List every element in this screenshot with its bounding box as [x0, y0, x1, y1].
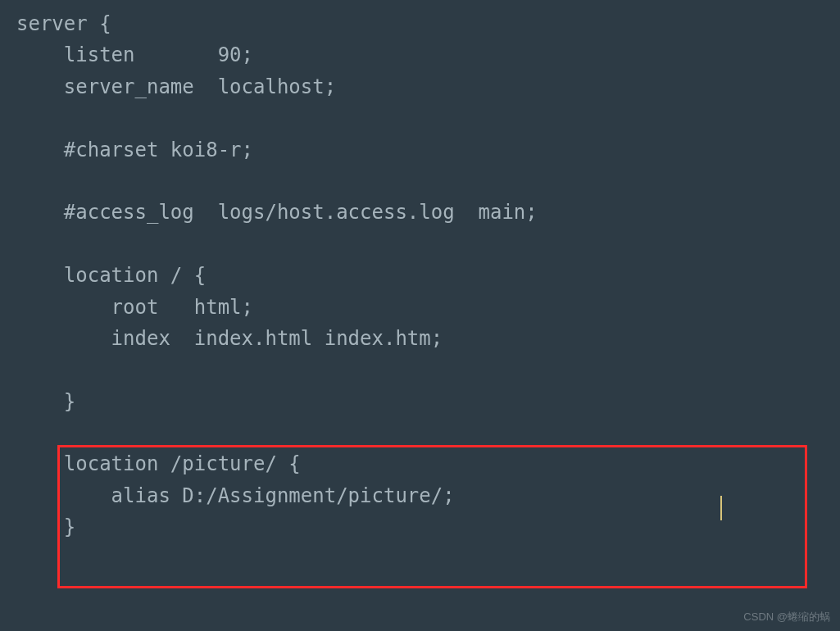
code-line: server { [16, 12, 111, 35]
code-line: #access_log logs/host.access.log main; [16, 201, 538, 224]
code-line: location / { [16, 264, 206, 287]
highlight-box [57, 445, 807, 588]
code-line: server_name localhost; [16, 75, 336, 98]
text-cursor [720, 496, 722, 520]
code-line: } [16, 390, 75, 413]
watermark: CSDN @蜷缩的蜗 [743, 610, 830, 624]
code-line: root html; [16, 296, 253, 319]
code-line: listen 90; [16, 43, 253, 66]
code-line: index index.html index.htm; [16, 327, 443, 350]
code-line: #charset koi8-r; [16, 138, 253, 161]
